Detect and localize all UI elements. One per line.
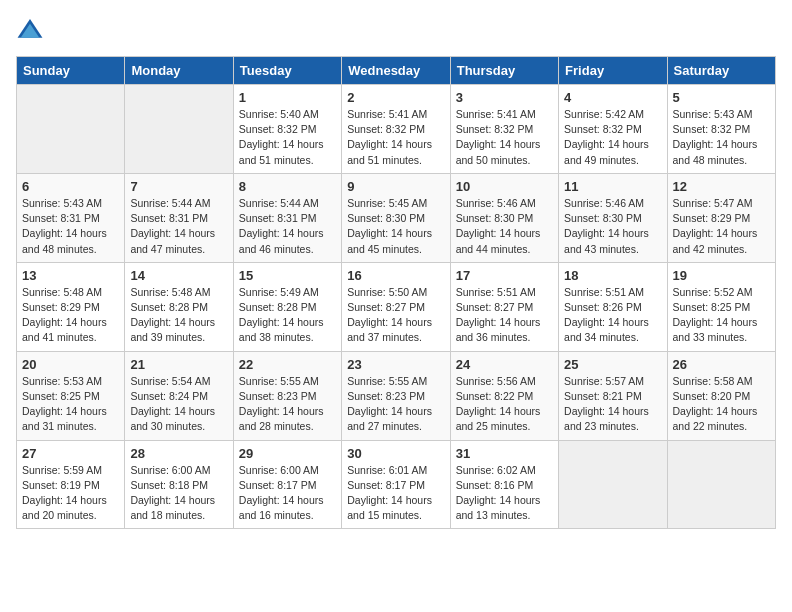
day-number: 28 [130,446,227,461]
day-header-thursday: Thursday [450,57,558,85]
day-number: 15 [239,268,336,283]
day-number: 19 [673,268,770,283]
day-header-friday: Friday [559,57,667,85]
calendar-header-row: SundayMondayTuesdayWednesdayThursdayFrid… [17,57,776,85]
day-info: Sunrise: 5:53 AMSunset: 8:25 PMDaylight:… [22,374,119,435]
calendar-cell [17,85,125,174]
page-header [16,16,776,44]
day-number: 18 [564,268,661,283]
day-header-sunday: Sunday [17,57,125,85]
day-info: Sunrise: 5:43 AMSunset: 8:32 PMDaylight:… [673,107,770,168]
calendar-cell: 1Sunrise: 5:40 AMSunset: 8:32 PMDaylight… [233,85,341,174]
day-info: Sunrise: 5:57 AMSunset: 8:21 PMDaylight:… [564,374,661,435]
calendar-cell: 8Sunrise: 5:44 AMSunset: 8:31 PMDaylight… [233,173,341,262]
calendar-cell: 10Sunrise: 5:46 AMSunset: 8:30 PMDayligh… [450,173,558,262]
day-info: Sunrise: 5:51 AMSunset: 8:27 PMDaylight:… [456,285,553,346]
day-info: Sunrise: 5:45 AMSunset: 8:30 PMDaylight:… [347,196,444,257]
calendar-cell: 28Sunrise: 6:00 AMSunset: 8:18 PMDayligh… [125,440,233,529]
day-number: 9 [347,179,444,194]
day-info: Sunrise: 5:59 AMSunset: 8:19 PMDaylight:… [22,463,119,524]
day-header-saturday: Saturday [667,57,775,85]
day-info: Sunrise: 5:40 AMSunset: 8:32 PMDaylight:… [239,107,336,168]
calendar-table: SundayMondayTuesdayWednesdayThursdayFrid… [16,56,776,529]
calendar-cell: 31Sunrise: 6:02 AMSunset: 8:16 PMDayligh… [450,440,558,529]
day-number: 10 [456,179,553,194]
calendar-cell: 26Sunrise: 5:58 AMSunset: 8:20 PMDayligh… [667,351,775,440]
day-number: 20 [22,357,119,372]
day-info: Sunrise: 5:41 AMSunset: 8:32 PMDaylight:… [456,107,553,168]
day-info: Sunrise: 5:55 AMSunset: 8:23 PMDaylight:… [347,374,444,435]
day-info: Sunrise: 5:46 AMSunset: 8:30 PMDaylight:… [564,196,661,257]
day-info: Sunrise: 6:02 AMSunset: 8:16 PMDaylight:… [456,463,553,524]
calendar-week-row: 6Sunrise: 5:43 AMSunset: 8:31 PMDaylight… [17,173,776,262]
calendar-cell: 14Sunrise: 5:48 AMSunset: 8:28 PMDayligh… [125,262,233,351]
day-number: 16 [347,268,444,283]
calendar-cell: 5Sunrise: 5:43 AMSunset: 8:32 PMDaylight… [667,85,775,174]
calendar-week-row: 20Sunrise: 5:53 AMSunset: 8:25 PMDayligh… [17,351,776,440]
day-info: Sunrise: 5:49 AMSunset: 8:28 PMDaylight:… [239,285,336,346]
calendar-cell: 3Sunrise: 5:41 AMSunset: 8:32 PMDaylight… [450,85,558,174]
calendar-cell: 24Sunrise: 5:56 AMSunset: 8:22 PMDayligh… [450,351,558,440]
day-number: 30 [347,446,444,461]
day-number: 17 [456,268,553,283]
calendar-cell: 9Sunrise: 5:45 AMSunset: 8:30 PMDaylight… [342,173,450,262]
calendar-cell: 16Sunrise: 5:50 AMSunset: 8:27 PMDayligh… [342,262,450,351]
day-info: Sunrise: 6:00 AMSunset: 8:17 PMDaylight:… [239,463,336,524]
day-number: 4 [564,90,661,105]
day-number: 5 [673,90,770,105]
calendar-cell: 17Sunrise: 5:51 AMSunset: 8:27 PMDayligh… [450,262,558,351]
day-number: 23 [347,357,444,372]
day-number: 3 [456,90,553,105]
calendar-cell: 20Sunrise: 5:53 AMSunset: 8:25 PMDayligh… [17,351,125,440]
day-info: Sunrise: 5:44 AMSunset: 8:31 PMDaylight:… [239,196,336,257]
calendar-cell: 2Sunrise: 5:41 AMSunset: 8:32 PMDaylight… [342,85,450,174]
day-number: 27 [22,446,119,461]
day-info: Sunrise: 5:43 AMSunset: 8:31 PMDaylight:… [22,196,119,257]
calendar-cell: 11Sunrise: 5:46 AMSunset: 8:30 PMDayligh… [559,173,667,262]
day-number: 7 [130,179,227,194]
day-info: Sunrise: 5:44 AMSunset: 8:31 PMDaylight:… [130,196,227,257]
day-info: Sunrise: 5:48 AMSunset: 8:29 PMDaylight:… [22,285,119,346]
logo [16,16,48,44]
day-info: Sunrise: 5:56 AMSunset: 8:22 PMDaylight:… [456,374,553,435]
calendar-cell: 22Sunrise: 5:55 AMSunset: 8:23 PMDayligh… [233,351,341,440]
day-number: 8 [239,179,336,194]
day-info: Sunrise: 5:51 AMSunset: 8:26 PMDaylight:… [564,285,661,346]
day-number: 24 [456,357,553,372]
calendar-cell: 6Sunrise: 5:43 AMSunset: 8:31 PMDaylight… [17,173,125,262]
day-info: Sunrise: 5:58 AMSunset: 8:20 PMDaylight:… [673,374,770,435]
calendar-cell: 23Sunrise: 5:55 AMSunset: 8:23 PMDayligh… [342,351,450,440]
calendar-week-row: 27Sunrise: 5:59 AMSunset: 8:19 PMDayligh… [17,440,776,529]
day-info: Sunrise: 5:55 AMSunset: 8:23 PMDaylight:… [239,374,336,435]
day-info: Sunrise: 5:50 AMSunset: 8:27 PMDaylight:… [347,285,444,346]
calendar-cell: 30Sunrise: 6:01 AMSunset: 8:17 PMDayligh… [342,440,450,529]
day-info: Sunrise: 5:42 AMSunset: 8:32 PMDaylight:… [564,107,661,168]
calendar-cell: 25Sunrise: 5:57 AMSunset: 8:21 PMDayligh… [559,351,667,440]
day-number: 1 [239,90,336,105]
day-number: 25 [564,357,661,372]
calendar-cell: 18Sunrise: 5:51 AMSunset: 8:26 PMDayligh… [559,262,667,351]
day-header-wednesday: Wednesday [342,57,450,85]
day-info: Sunrise: 6:00 AMSunset: 8:18 PMDaylight:… [130,463,227,524]
calendar-cell: 4Sunrise: 5:42 AMSunset: 8:32 PMDaylight… [559,85,667,174]
calendar-cell [559,440,667,529]
day-number: 31 [456,446,553,461]
calendar-week-row: 13Sunrise: 5:48 AMSunset: 8:29 PMDayligh… [17,262,776,351]
calendar-cell [125,85,233,174]
day-number: 14 [130,268,227,283]
day-number: 21 [130,357,227,372]
day-number: 22 [239,357,336,372]
day-number: 29 [239,446,336,461]
calendar-cell: 12Sunrise: 5:47 AMSunset: 8:29 PMDayligh… [667,173,775,262]
day-info: Sunrise: 6:01 AMSunset: 8:17 PMDaylight:… [347,463,444,524]
calendar-cell: 27Sunrise: 5:59 AMSunset: 8:19 PMDayligh… [17,440,125,529]
day-number: 2 [347,90,444,105]
day-number: 12 [673,179,770,194]
calendar-cell: 19Sunrise: 5:52 AMSunset: 8:25 PMDayligh… [667,262,775,351]
calendar-week-row: 1Sunrise: 5:40 AMSunset: 8:32 PMDaylight… [17,85,776,174]
day-header-tuesday: Tuesday [233,57,341,85]
day-number: 6 [22,179,119,194]
day-info: Sunrise: 5:47 AMSunset: 8:29 PMDaylight:… [673,196,770,257]
day-info: Sunrise: 5:52 AMSunset: 8:25 PMDaylight:… [673,285,770,346]
day-number: 13 [22,268,119,283]
